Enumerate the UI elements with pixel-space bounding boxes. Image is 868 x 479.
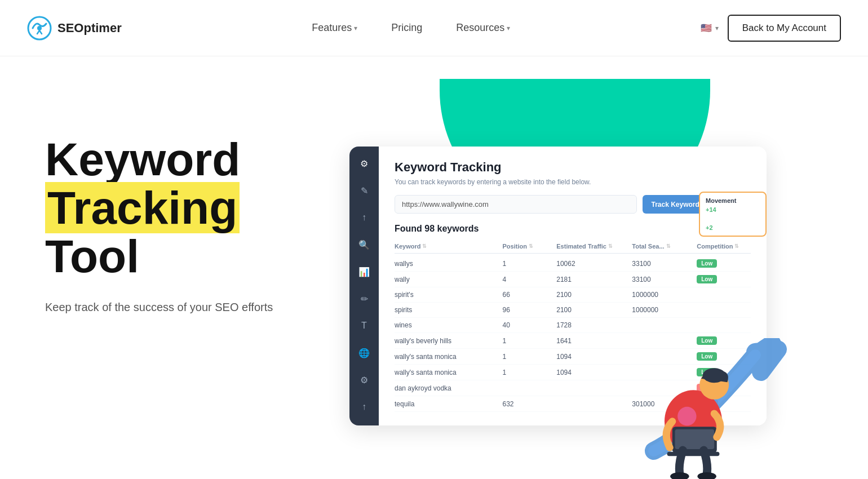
cell-traffic: 2100 <box>556 291 632 299</box>
sidebar-icon-chart[interactable]: 📊 <box>356 264 372 280</box>
cell-keyword: wallys <box>395 260 503 268</box>
sort-icon-keyword: ⇅ <box>422 243 427 249</box>
col-competition: Competition ⇅ <box>697 243 751 250</box>
cell-total: 1000000 <box>632 291 697 299</box>
nav-pricing[interactable]: Pricing <box>391 22 422 34</box>
sidebar-icon-edit[interactable]: ✎ <box>356 183 372 198</box>
table-row: wallys 1 10062 33100 Low <box>395 256 751 272</box>
cell-keyword: spirit's <box>395 291 503 299</box>
cell-position: 1 <box>503 369 557 376</box>
sidebar-icon-share[interactable]: ↑ <box>356 399 372 415</box>
table-row: wally 4 2181 33100 Low <box>395 272 751 287</box>
cell-position: 1 <box>503 260 557 268</box>
cell-keyword: wally's santa monica <box>395 353 503 361</box>
logo-icon <box>27 16 52 41</box>
sidebar-icon-gear[interactable]: ⚙ <box>356 156 372 171</box>
dashboard-title: Keyword Tracking <box>395 160 751 175</box>
table-header: Keyword ⇅ Position ⇅ Estimated Traffic ⇅… <box>395 239 751 254</box>
cell-total: 1000000 <box>632 306 697 314</box>
svg-point-8 <box>670 472 689 479</box>
cell-keyword: wally <box>395 276 503 283</box>
nav-center: Features ▾ Pricing Resources ▾ <box>122 22 701 34</box>
sort-icon-traffic: ⇅ <box>608 243 613 249</box>
cell-traffic: 2100 <box>556 306 632 314</box>
sidebar-icon-settings[interactable]: ⚙ <box>356 372 372 388</box>
lang-chevron-icon: ▾ <box>715 24 719 32</box>
sort-icon-total: ⇅ <box>666 243 671 249</box>
language-selector[interactable]: 🇺🇸 ▾ <box>701 23 719 33</box>
cell-keyword: wally's santa monica <box>395 369 503 376</box>
title-line3: Tool <box>45 230 139 282</box>
sidebar-icon-search[interactable]: 🔍 <box>356 237 372 252</box>
title-line1: Keyword <box>45 134 240 185</box>
cell-total: 33100 <box>632 276 697 283</box>
cell-position: 1 <box>503 337 557 345</box>
features-chevron-icon: ▾ <box>354 24 357 32</box>
sidebar-nav: ⚙ ✎ ↑ 🔍 📊 ✏ T 🌐 ⚙ ↑ <box>349 147 379 425</box>
hero-left: Keyword Tracking Tool Keep track of the … <box>45 90 327 316</box>
cell-competition: Low <box>697 259 751 268</box>
hero-subtitle: Keep track of the success of your SEO ef… <box>45 299 327 316</box>
cell-traffic: 1094 <box>556 369 632 376</box>
back-to-account-button[interactable]: Back to My Account <box>728 15 841 42</box>
flag-icon: 🇺🇸 <box>701 23 712 33</box>
svg-point-10 <box>677 407 696 425</box>
cell-traffic: 2181 <box>556 276 632 283</box>
cell-position: 66 <box>503 291 557 299</box>
website-input[interactable] <box>395 195 637 214</box>
cell-position: 40 <box>503 321 557 329</box>
svg-rect-6 <box>675 429 715 449</box>
cell-keyword: wally's beverly hills <box>395 337 503 345</box>
resources-chevron-icon: ▾ <box>507 24 510 32</box>
movement-val1: +14 <box>706 206 760 213</box>
svg-point-4 <box>703 368 726 383</box>
cell-position: 1 <box>503 353 557 361</box>
cell-total: 33100 <box>632 260 697 268</box>
movement-popup: Movement +14 +2 <box>699 192 767 237</box>
navbar: SEOptimer Features ▾ Pricing Resources ▾… <box>0 0 868 56</box>
table-row: spirits 96 2100 1000000 <box>395 303 751 318</box>
hero-title: Keyword Tracking Tool <box>45 135 327 281</box>
hero-right: ⚙ ✎ ↑ 🔍 📊 ✏ T 🌐 ⚙ ↑ Keyword Tracking You… <box>327 90 823 473</box>
col-position: Position ⇅ <box>503 243 557 250</box>
cell-traffic: 1728 <box>556 321 632 329</box>
competition-badge: Low <box>697 275 717 283</box>
cell-competition: Low <box>697 275 751 283</box>
cell-traffic: 10062 <box>556 260 632 268</box>
logo[interactable]: SEOptimer <box>27 16 122 41</box>
hero-section: Keyword Tracking Tool Keep track of the … <box>0 56 868 479</box>
sort-icon-position: ⇅ <box>529 243 533 249</box>
movement-val2: +2 <box>706 224 760 231</box>
person-illustration <box>637 332 750 479</box>
cell-position: 4 <box>503 276 557 283</box>
svg-rect-7 <box>667 452 720 456</box>
sort-icon-competition: ⇅ <box>734 243 739 249</box>
sidebar-icon-globe[interactable]: 🌐 <box>356 345 372 361</box>
search-row: Track Keywords for Website <box>395 195 751 214</box>
sidebar-icon-pencil[interactable]: ✏ <box>356 291 372 307</box>
nav-resources[interactable]: Resources ▾ <box>456 22 510 34</box>
col-traffic: Estimated Traffic ⇅ <box>556 243 632 250</box>
nav-features[interactable]: Features ▾ <box>312 22 357 34</box>
cell-keyword: tequila <box>395 400 503 408</box>
sidebar-icon-type[interactable]: T <box>356 318 372 334</box>
col-keyword: Keyword ⇅ <box>395 243 503 250</box>
movement-label: Movement <box>706 197 760 204</box>
table-row: spirit's 66 2100 1000000 <box>395 287 751 303</box>
col-total: Total Sea... ⇅ <box>632 243 697 250</box>
cell-keyword: spirits <box>395 306 503 314</box>
table-row: wines 40 1728 <box>395 318 751 333</box>
competition-badge: Low <box>697 259 717 268</box>
title-line2-highlight: Tracking <box>45 182 240 233</box>
svg-point-9 <box>697 472 716 479</box>
cell-position: 632 <box>503 400 557 408</box>
dashboard-subtitle: You can track keywords by entering a web… <box>395 178 751 186</box>
sidebar-icon-upload[interactable]: ↑ <box>356 210 372 225</box>
cell-keyword: dan aykroyd vodka <box>395 384 503 392</box>
cell-keyword: wines <box>395 321 503 329</box>
cell-traffic: 1094 <box>556 353 632 361</box>
logo-text: SEOptimer <box>57 21 122 36</box>
cell-traffic: 1641 <box>556 337 632 345</box>
nav-right: 🇺🇸 ▾ Back to My Account <box>701 15 841 42</box>
cell-position: 96 <box>503 306 557 314</box>
